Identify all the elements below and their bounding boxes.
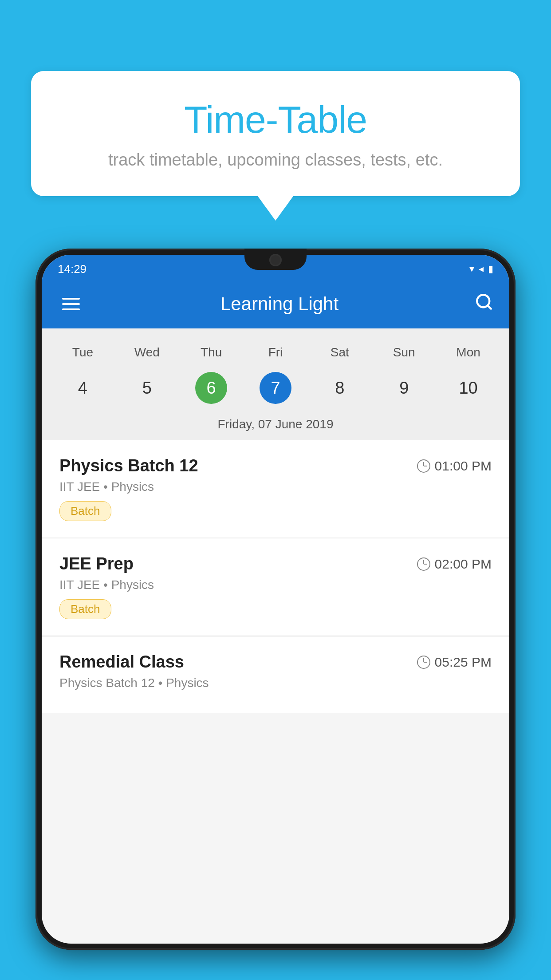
status-time: 14:29 bbox=[58, 262, 87, 276]
calendar-date-number-5: 5 bbox=[131, 372, 163, 404]
schedule-item-2-tag: Batch bbox=[59, 599, 111, 619]
app-bar-title: Learning Light bbox=[220, 293, 338, 315]
calendar-date-number-9: 9 bbox=[388, 372, 420, 404]
schedule-item-3[interactable]: Remedial Class 05:25 PM Physics Batch 12… bbox=[42, 636, 509, 713]
schedule-item-1-tag: Batch bbox=[59, 501, 111, 521]
schedule-item-2[interactable]: JEE Prep 02:00 PM IIT JEE • Physics Batc… bbox=[42, 538, 509, 635]
selected-date-label: Friday, 07 June 2019 bbox=[42, 413, 509, 440]
wifi-icon: ▾ bbox=[469, 263, 474, 275]
status-icons: ▾ ◂ ▮ bbox=[469, 263, 493, 275]
battery-icon: ▮ bbox=[488, 263, 493, 275]
schedule-item-3-subtitle: Physics Batch 12 • Physics bbox=[59, 676, 492, 690]
phone-screen: 14:29 ▾ ◂ ▮ Learning Light bbox=[42, 255, 509, 944]
schedule-list: Physics Batch 12 01:00 PM IIT JEE • Phys… bbox=[42, 440, 509, 714]
schedule-item-3-title: Remedial Class bbox=[59, 652, 184, 672]
menu-line-3 bbox=[62, 308, 80, 310]
calendar-day-mon: Mon bbox=[436, 342, 500, 363]
phone-frame: 14:29 ▾ ◂ ▮ Learning Light bbox=[35, 249, 516, 950]
calendar-date-4[interactable]: 4 bbox=[51, 368, 115, 408]
schedule-item-1-time-label: 01:00 PM bbox=[435, 458, 492, 474]
calendar-date-number-8: 8 bbox=[324, 372, 356, 404]
speech-bubble-container: Time-Table track timetable, upcoming cla… bbox=[31, 71, 520, 221]
calendar-date-number-6: 6 bbox=[195, 372, 227, 404]
schedule-item-1-subtitle: IIT JEE • Physics bbox=[59, 480, 492, 494]
calendar-date-9[interactable]: 9 bbox=[372, 368, 436, 408]
calendar-day-fri: Fri bbox=[244, 342, 308, 363]
calendar-date-number-4: 4 bbox=[67, 372, 98, 404]
calendar-date-8[interactable]: 8 bbox=[307, 368, 372, 408]
calendar-dates: 4 5 6 7 8 9 bbox=[42, 368, 509, 413]
schedule-item-3-header: Remedial Class 05:25 PM bbox=[59, 652, 492, 672]
calendar-day-wed: Wed bbox=[115, 342, 179, 363]
schedule-item-2-subtitle: IIT JEE • Physics bbox=[59, 578, 492, 592]
calendar-section: Tue Wed Thu Fri Sat Sun Mon 4 5 bbox=[42, 328, 509, 440]
page-title: Time-Table bbox=[67, 98, 484, 142]
calendar-day-tue: Tue bbox=[51, 342, 115, 363]
calendar-date-10[interactable]: 10 bbox=[436, 368, 500, 408]
schedule-item-2-time-label: 02:00 PM bbox=[435, 557, 492, 572]
app-bar: Learning Light bbox=[42, 280, 509, 328]
calendar-day-thu: Thu bbox=[179, 342, 244, 363]
page-subtitle: track timetable, upcoming classes, tests… bbox=[67, 150, 484, 170]
schedule-item-2-title: JEE Prep bbox=[59, 554, 134, 573]
signal-icon: ◂ bbox=[479, 263, 484, 275]
speech-bubble-arrow bbox=[258, 196, 293, 221]
calendar-date-number-7: 7 bbox=[260, 372, 291, 404]
clock-icon-3 bbox=[417, 656, 430, 669]
clock-icon-2 bbox=[417, 557, 430, 571]
search-button[interactable] bbox=[475, 292, 493, 316]
calendar-day-sat: Sat bbox=[307, 342, 372, 363]
schedule-item-1-header: Physics Batch 12 01:00 PM bbox=[59, 456, 492, 475]
phone-camera bbox=[269, 254, 282, 266]
calendar-date-6[interactable]: 6 bbox=[179, 368, 244, 408]
speech-bubble: Time-Table track timetable, upcoming cla… bbox=[31, 71, 520, 196]
schedule-item-1[interactable]: Physics Batch 12 01:00 PM IIT JEE • Phys… bbox=[42, 440, 509, 537]
calendar-date-7[interactable]: 7 bbox=[244, 368, 308, 408]
schedule-item-2-time: 02:00 PM bbox=[417, 557, 492, 572]
calendar-days-header: Tue Wed Thu Fri Sat Sun Mon bbox=[42, 337, 509, 368]
menu-button[interactable] bbox=[58, 293, 84, 315]
schedule-item-2-header: JEE Prep 02:00 PM bbox=[59, 554, 492, 573]
svg-line-1 bbox=[488, 305, 491, 309]
phone-container: 14:29 ▾ ◂ ▮ Learning Light bbox=[35, 249, 516, 950]
schedule-item-1-time: 01:00 PM bbox=[417, 458, 492, 474]
menu-line-2 bbox=[62, 303, 80, 305]
menu-line-1 bbox=[62, 298, 80, 300]
calendar-date-5[interactable]: 5 bbox=[115, 368, 179, 408]
schedule-item-1-title: Physics Batch 12 bbox=[59, 456, 198, 475]
calendar-date-number-10: 10 bbox=[453, 372, 484, 404]
calendar-day-sun: Sun bbox=[372, 342, 436, 363]
schedule-item-3-time: 05:25 PM bbox=[417, 655, 492, 670]
schedule-item-3-time-label: 05:25 PM bbox=[435, 655, 492, 670]
clock-icon-1 bbox=[417, 459, 430, 473]
phone-notch bbox=[244, 249, 307, 270]
